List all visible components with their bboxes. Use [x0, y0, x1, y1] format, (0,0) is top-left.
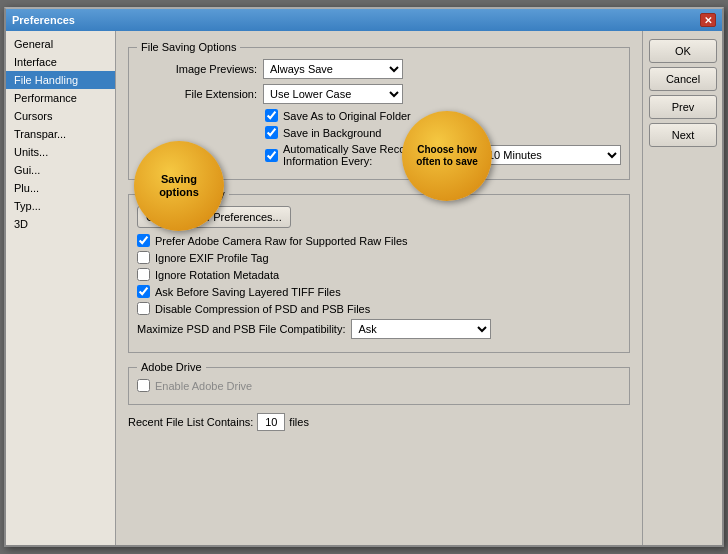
ignore-exif-row: Ignore EXIF Profile Tag — [137, 251, 621, 264]
save-background-label: Save in Background — [283, 127, 381, 139]
sidebar-item-cursors[interactable]: Cursors — [6, 107, 115, 125]
maximize-psd-label: Maximize PSD and PSB File Compatibility: — [137, 323, 345, 335]
adobe-drive-section: Adobe Drive Enable Adobe Drive — [128, 361, 630, 405]
cancel-button[interactable]: Cancel — [649, 67, 717, 91]
recent-files-row: Recent File List Contains: files — [128, 413, 630, 431]
sidebar-item-general[interactable]: General — [6, 35, 115, 53]
file-compatibility-section: File Compatibility Camera Raw Preference… — [128, 188, 630, 353]
file-compatibility-legend: File Compatibility — [137, 188, 229, 200]
save-as-original-label: Save As to Original Folder — [283, 110, 411, 122]
image-previews-label: Image Previews: — [137, 63, 257, 75]
prefer-adobe-checkbox[interactable] — [137, 234, 150, 247]
file-extension-select[interactable]: Use Lower Case Use Upper Case — [263, 84, 403, 104]
sidebar-item-transparency[interactable]: Transpar... — [6, 125, 115, 143]
auto-save-label: Automatically Save Recovery Information … — [283, 143, 477, 167]
save-as-original-checkbox[interactable] — [265, 109, 278, 122]
ignore-rotation-checkbox[interactable] — [137, 268, 150, 281]
titlebar: Preferences ✕ — [6, 9, 722, 31]
disable-compression-label: Disable Compression of PSD and PSB Files — [155, 303, 370, 315]
ask-before-saving-row: Ask Before Saving Layered TIFF Files — [137, 285, 621, 298]
next-button[interactable]: Next — [649, 123, 717, 147]
ok-button[interactable]: OK — [649, 39, 717, 63]
sidebar: General Interface File Handling Performa… — [6, 31, 116, 545]
window-title: Preferences — [12, 14, 75, 26]
recent-files-suffix: files — [289, 416, 309, 428]
ignore-rotation-label: Ignore Rotation Metadata — [155, 269, 279, 281]
enable-adobe-drive-checkbox[interactable] — [137, 379, 150, 392]
adobe-drive-legend: Adobe Drive — [137, 361, 206, 373]
ignore-rotation-row: Ignore Rotation Metadata — [137, 268, 621, 281]
main-panel: File Saving Options Image Previews: Alwa… — [116, 31, 642, 545]
file-extension-row: File Extension: Use Lower Case Use Upper… — [137, 84, 621, 104]
sidebar-item-guides[interactable]: Gui... — [6, 161, 115, 179]
prefer-adobe-label: Prefer Adobe Camera Raw for Supported Ra… — [155, 235, 408, 247]
ignore-exif-checkbox[interactable] — [137, 251, 150, 264]
auto-save-row: Automatically Save Recovery Information … — [265, 143, 621, 167]
save-background-checkbox[interactable] — [265, 126, 278, 139]
enable-adobe-drive-row: Enable Adobe Drive — [137, 379, 621, 392]
disable-compression-checkbox[interactable] — [137, 302, 150, 315]
maximize-psd-row: Maximize PSD and PSB File Compatibility:… — [137, 319, 621, 339]
content-area: General Interface File Handling Performa… — [6, 31, 722, 545]
sidebar-item-performance[interactable]: Performance — [6, 89, 115, 107]
sidebar-item-interface[interactable]: Interface — [6, 53, 115, 71]
recent-files-input[interactable] — [257, 413, 285, 431]
sidebar-item-file-handling[interactable]: File Handling — [6, 71, 115, 89]
save-background-row: Save in Background — [265, 126, 621, 139]
recent-files-label: Recent File List Contains: — [128, 416, 253, 428]
button-panel: OK Cancel Prev Next — [642, 31, 722, 545]
sidebar-item-3d[interactable]: 3D — [6, 215, 115, 233]
camera-raw-prefs-button[interactable]: Camera Raw Preferences... — [137, 206, 291, 228]
auto-save-interval-select[interactable]: 5 Minutes 10 Minutes 15 Minutes 30 Minut… — [481, 145, 621, 165]
ignore-exif-label: Ignore EXIF Profile Tag — [155, 252, 269, 264]
close-button[interactable]: ✕ — [700, 13, 716, 27]
file-saving-section: File Saving Options Image Previews: Alwa… — [128, 41, 630, 180]
maximize-psd-select[interactable]: Ask Always Never — [351, 319, 491, 339]
sidebar-item-plugins[interactable]: Plu... — [6, 179, 115, 197]
save-as-original-row: Save As to Original Folder — [265, 109, 621, 122]
sidebar-item-units[interactable]: Units... — [6, 143, 115, 161]
prefer-adobe-row: Prefer Adobe Camera Raw for Supported Ra… — [137, 234, 621, 247]
image-previews-row: Image Previews: Always Save Never Save A… — [137, 59, 621, 79]
auto-save-checkbox[interactable] — [265, 149, 278, 162]
preferences-window: Preferences ✕ General Interface File Han… — [4, 7, 724, 547]
file-extension-label: File Extension: — [137, 88, 257, 100]
enable-adobe-drive-label: Enable Adobe Drive — [155, 380, 252, 392]
sidebar-item-type[interactable]: Typ... — [6, 197, 115, 215]
disable-compression-row: Disable Compression of PSD and PSB Files — [137, 302, 621, 315]
ask-before-saving-label: Ask Before Saving Layered TIFF Files — [155, 286, 341, 298]
file-saving-legend: File Saving Options — [137, 41, 240, 53]
image-previews-select[interactable]: Always Save Never Save Ask When Saving — [263, 59, 403, 79]
prev-button[interactable]: Prev — [649, 95, 717, 119]
ask-before-saving-checkbox[interactable] — [137, 285, 150, 298]
